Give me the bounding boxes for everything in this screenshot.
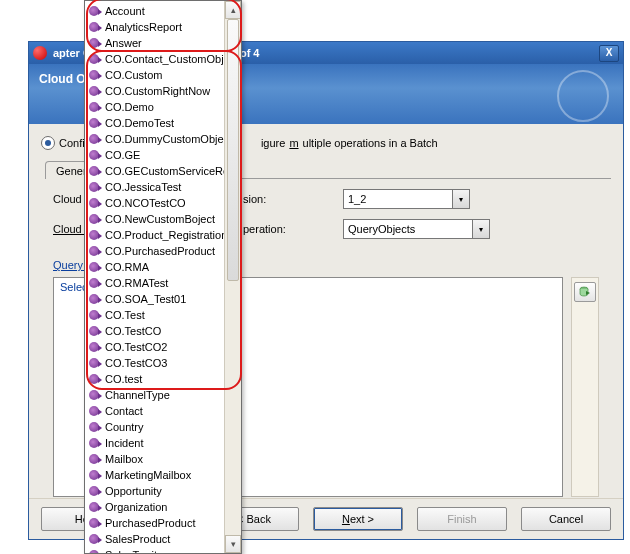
autocomplete-item[interactable]: CO.TestCO: [85, 323, 225, 339]
finish-button: Finish: [417, 507, 507, 531]
autocomplete-item-label: CO.NewCustomBoject: [105, 213, 215, 225]
autocomplete-item[interactable]: CO.GECustomServiceReq: [85, 163, 225, 179]
autocomplete-item-label: CO.JessicaTest: [105, 181, 181, 193]
autocomplete-item[interactable]: CO.NewCustomBoject: [85, 211, 225, 227]
object-icon: [89, 342, 99, 352]
autocomplete-item[interactable]: MarketingMailbox: [85, 467, 225, 483]
object-icon: [89, 6, 99, 16]
autocomplete-popup[interactable]: AccountAnalyticsReportAnswerCO.Contact_C…: [84, 0, 242, 554]
autocomplete-item[interactable]: CO.GE: [85, 147, 225, 163]
object-icon: [89, 358, 99, 368]
chevron-down-icon[interactable]: ▾: [473, 219, 490, 239]
autocomplete-item[interactable]: CO.test: [85, 371, 225, 387]
api-version-value[interactable]: 1_2: [343, 189, 453, 209]
cloud-op-label-right: peration:: [243, 223, 343, 235]
autocomplete-item-label: CO.DemoTest: [105, 117, 174, 129]
autocomplete-item[interactable]: CO.CustomRightNow: [85, 83, 225, 99]
autocomplete-item-label: ChannelType: [105, 389, 170, 401]
autocomplete-item[interactable]: SalesProduct: [85, 531, 225, 547]
test-query-button[interactable]: [574, 282, 596, 302]
banner-title: Cloud O: [39, 72, 86, 86]
autocomplete-item[interactable]: CO.NCOTestCO: [85, 195, 225, 211]
object-icon: [89, 214, 99, 224]
autocomplete-item-label: CO.Demo: [105, 101, 154, 113]
autocomplete-item[interactable]: CO.TestCO3: [85, 355, 225, 371]
autocomplete-item[interactable]: CO.Product_Registration: [85, 227, 225, 243]
autocomplete-item-label: PurchasedProduct: [105, 517, 196, 529]
object-icon: [89, 22, 99, 32]
object-icon: [89, 102, 99, 112]
autocomplete-item[interactable]: ChannelType: [85, 387, 225, 403]
autocomplete-item-label: Incident: [105, 437, 144, 449]
scrollbar[interactable]: ▴ ▾: [224, 1, 241, 553]
object-icon: [89, 150, 99, 160]
autocomplete-item[interactable]: CO.TestCO2: [85, 339, 225, 355]
autocomplete-item[interactable]: AnalyticsReport: [85, 19, 225, 35]
autocomplete-item[interactable]: CO.PurchasedProduct: [85, 243, 225, 259]
app-icon: [33, 46, 47, 60]
autocomplete-item[interactable]: CO.Contact_CustomObj: [85, 51, 225, 67]
api-version-label-right: sion:: [243, 193, 343, 205]
autocomplete-item[interactable]: CO.Demo: [85, 99, 225, 115]
object-icon: [89, 70, 99, 80]
scroll-down-icon[interactable]: ▾: [225, 535, 241, 553]
autocomplete-item[interactable]: PurchasedProduct: [85, 515, 225, 531]
autocomplete-item[interactable]: CO.RMATest: [85, 275, 225, 291]
cancel-button[interactable]: Cancel: [521, 507, 611, 531]
cloud-op-combo[interactable]: QueryObjects ▾: [343, 219, 490, 239]
autocomplete-item[interactable]: CO.JessicaTest: [85, 179, 225, 195]
autocomplete-item[interactable]: CO.SOA_Test01: [85, 291, 225, 307]
api-version-combo[interactable]: 1_2 ▾: [343, 189, 470, 209]
autocomplete-item-label: CO.GE: [105, 149, 140, 161]
autocomplete-item-label: AnalyticsReport: [105, 21, 182, 33]
autocomplete-item-label: CO.CustomRightNow: [105, 85, 210, 97]
autocomplete-item-label: CO.DummyCustomObject: [105, 133, 225, 145]
chevron-down-icon[interactable]: ▾: [453, 189, 470, 209]
autocomplete-item[interactable]: CO.Custom: [85, 67, 225, 83]
object-icon: [89, 406, 99, 416]
autocomplete-item[interactable]: Contact: [85, 403, 225, 419]
cloud-op-value[interactable]: QueryObjects: [343, 219, 473, 239]
autocomplete-item[interactable]: CO.RMA: [85, 259, 225, 275]
object-icon: [89, 518, 99, 528]
autocomplete-item-label: MarketingMailbox: [105, 469, 191, 481]
object-icon: [89, 534, 99, 544]
object-icon: [89, 278, 99, 288]
object-icon: [89, 86, 99, 96]
autocomplete-item-label: Contact: [105, 405, 143, 417]
autocomplete-item-label: CO.RMATest: [105, 277, 168, 289]
object-icon: [89, 470, 99, 480]
autocomplete-item-label: CO.Test: [105, 309, 145, 321]
autocomplete-item-label: SalesTerritory: [105, 549, 172, 553]
scroll-up-icon[interactable]: ▴: [225, 1, 241, 19]
object-icon: [89, 246, 99, 256]
object-icon: [89, 262, 99, 272]
autocomplete-item[interactable]: Mailbox: [85, 451, 225, 467]
autocomplete-item-label: Organization: [105, 501, 167, 513]
scroll-thumb[interactable]: [227, 19, 239, 281]
radio-icon[interactable]: [41, 136, 55, 150]
autocomplete-item-label: CO.GECustomServiceReq: [105, 165, 225, 177]
autocomplete-item[interactable]: Incident: [85, 435, 225, 451]
autocomplete-list[interactable]: AccountAnalyticsReportAnswerCO.Contact_C…: [85, 1, 225, 553]
autocomplete-item[interactable]: Opportunity: [85, 483, 225, 499]
autocomplete-item-label: SalesProduct: [105, 533, 170, 545]
object-icon: [89, 182, 99, 192]
autocomplete-item-label: Opportunity: [105, 485, 162, 497]
object-icon: [89, 502, 99, 512]
object-icon: [89, 230, 99, 240]
close-icon[interactable]: X: [599, 45, 619, 62]
autocomplete-item[interactable]: Organization: [85, 499, 225, 515]
autocomplete-item[interactable]: CO.DemoTest: [85, 115, 225, 131]
object-icon: [89, 326, 99, 336]
autocomplete-item[interactable]: Account: [85, 3, 225, 19]
object-icon: [89, 54, 99, 64]
next-button[interactable]: Next >: [313, 507, 403, 531]
autocomplete-item[interactable]: Answer: [85, 35, 225, 51]
radio-label-part3: ultiple operations in a Batch: [303, 137, 438, 149]
autocomplete-item[interactable]: CO.Test: [85, 307, 225, 323]
object-icon: [89, 166, 99, 176]
autocomplete-item[interactable]: CO.DummyCustomObject: [85, 131, 225, 147]
autocomplete-item[interactable]: SalesTerritory: [85, 547, 225, 553]
autocomplete-item[interactable]: Country: [85, 419, 225, 435]
